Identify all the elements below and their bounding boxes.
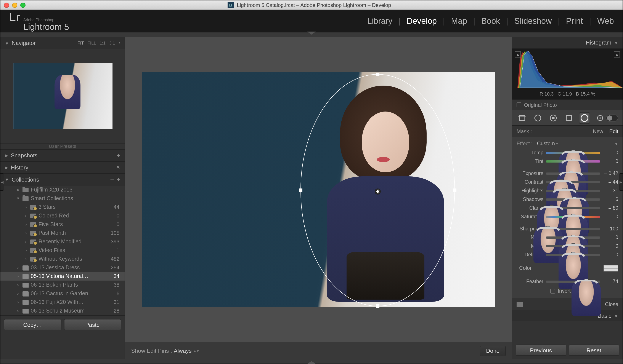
- filmstrip-grip[interactable]: [0, 359, 623, 364]
- collection-row[interactable]: ▶Fujifilm X20 2013: [0, 185, 125, 194]
- disclosure-triangle[interactable]: ▹: [16, 283, 20, 287]
- dropdown-arrows-icon[interactable]: ▲▼: [193, 349, 199, 353]
- zoom-fill[interactable]: FILL: [88, 40, 96, 45]
- disclosure-triangle[interactable]: ▼: [16, 196, 20, 201]
- right-panel-toggle[interactable]: [619, 173, 623, 191]
- close-window-button[interactable]: [4, 2, 9, 8]
- collection-row[interactable]: ▹05-13 Victoria Natural…34: [0, 272, 125, 281]
- collection-row[interactable]: ▼Smart Collections: [0, 194, 125, 203]
- slider-value[interactable]: 0: [603, 252, 618, 257]
- collection-row[interactable]: ▹Recently Modified393: [0, 237, 125, 246]
- disclosure-triangle[interactable]: ▹: [16, 274, 20, 278]
- slider-value[interactable]: – 44: [603, 179, 618, 185]
- previous-button[interactable]: Previous: [516, 344, 566, 356]
- collection-row[interactable]: ▹Colored Red0: [0, 211, 125, 220]
- shadow-clip-indicator[interactable]: [515, 51, 521, 58]
- remove-collection-button[interactable]: −: [110, 177, 114, 182]
- slider-track[interactable]: [546, 245, 600, 247]
- image-canvas[interactable]: [125, 37, 512, 342]
- left-panel-toggle[interactable]: [0, 173, 4, 191]
- disclosure-triangle[interactable]: ▹: [16, 309, 20, 313]
- collection-row[interactable]: ▹06-13 Cactus in Garden6: [0, 289, 125, 298]
- slider-track[interactable]: [546, 254, 600, 256]
- brush-tool[interactable]: [594, 112, 606, 123]
- disclosure-triangle[interactable]: ▹: [16, 265, 20, 270]
- module-map[interactable]: Map: [451, 16, 467, 26]
- effect-disclose[interactable]: [614, 141, 618, 146]
- panel-switch-icon[interactable]: [517, 302, 523, 307]
- zoom-more-icon[interactable]: ▾: [119, 40, 120, 45]
- highlight-clip-indicator[interactable]: [614, 51, 620, 58]
- user-presets-row[interactable]: User Presets: [0, 143, 125, 149]
- disclosure-triangle[interactable]: ▹: [24, 231, 28, 235]
- slider-track[interactable]: [546, 236, 600, 238]
- original-photo-row[interactable]: Original Photo: [512, 100, 623, 110]
- mask-new-button[interactable]: New: [593, 128, 603, 134]
- invert-mask-checkbox[interactable]: [550, 289, 555, 293]
- collection-row[interactable]: ▹06-13 Fuji X20 With…31: [0, 298, 125, 306]
- disclosure-triangle[interactable]: ▹: [24, 205, 28, 209]
- slider-value[interactable]: – 80: [603, 205, 618, 211]
- show-edit-pins-value[interactable]: Always: [174, 347, 191, 354]
- reset-button[interactable]: Reset: [569, 344, 619, 356]
- disclosure-triangle[interactable]: ▹: [24, 222, 28, 226]
- paste-button[interactable]: Paste: [64, 319, 121, 330]
- add-snapshot-button[interactable]: +: [117, 152, 120, 159]
- slider-value[interactable]: 0: [603, 150, 618, 155]
- slider-temp[interactable]: Temp0: [517, 148, 618, 157]
- history-header[interactable]: History ✕: [0, 161, 125, 173]
- clear-history-button[interactable]: ✕: [116, 164, 120, 170]
- copy-button[interactable]: Copy…: [4, 319, 61, 330]
- slider-value[interactable]: 0: [603, 235, 618, 240]
- slider-value[interactable]: – 100: [603, 226, 618, 231]
- done-button[interactable]: Done: [480, 346, 506, 356]
- spot-tool[interactable]: [532, 112, 543, 123]
- collection-row[interactable]: ▹06-13 Schulz Museum28: [0, 306, 125, 315]
- slider-value[interactable]: 6: [603, 197, 618, 202]
- collections-header[interactable]: Collections − +: [0, 173, 125, 185]
- slider-value[interactable]: – 0.42: [603, 171, 618, 176]
- module-print[interactable]: Print: [566, 16, 583, 26]
- color-swatch[interactable]: [603, 265, 618, 271]
- panel-close-button[interactable]: Close: [605, 301, 618, 307]
- top-panel-grip[interactable]: [0, 32, 623, 37]
- collection-row[interactable]: ▹Five Stars0: [0, 220, 125, 229]
- module-book[interactable]: Book: [481, 16, 500, 26]
- redeye-tool[interactable]: [548, 112, 559, 123]
- disclosure-triangle[interactable]: ▹: [24, 248, 28, 252]
- collection-row[interactable]: ▹03-13 Jessica Dress254: [0, 263, 125, 272]
- module-slideshow[interactable]: Slideshow: [514, 16, 552, 26]
- collection-row[interactable]: ▹06-13 Bokeh Plants38: [0, 281, 125, 289]
- module-develop[interactable]: Develop: [407, 16, 437, 26]
- collection-row[interactable]: ▹Video Files1: [0, 246, 125, 255]
- slider-track[interactable]: [546, 198, 600, 200]
- histogram-header[interactable]: Histogram: [512, 37, 623, 49]
- graduated-tool[interactable]: [563, 112, 575, 123]
- slider-track[interactable]: [546, 181, 600, 183]
- zoom-fit[interactable]: FIT: [77, 40, 84, 45]
- basic-panel-header[interactable]: Basic: [512, 310, 623, 321]
- module-library[interactable]: Library: [367, 16, 392, 26]
- add-collection-button[interactable]: +: [117, 176, 120, 183]
- effect-value[interactable]: Custom: [537, 141, 555, 146]
- slider-value[interactable]: – 31: [603, 188, 618, 193]
- slider-track[interactable]: [546, 190, 600, 192]
- zoom-window-button[interactable]: [20, 2, 25, 8]
- slider-track[interactable]: [546, 207, 600, 209]
- slider-track[interactable]: [546, 152, 600, 154]
- radial-tool[interactable]: [579, 112, 590, 123]
- disclosure-triangle[interactable]: ▹: [24, 214, 28, 218]
- original-photo-checkbox[interactable]: [517, 102, 521, 107]
- histogram[interactable]: R 10.3 G 11.9 B 15.4 %: [512, 49, 623, 100]
- slider-track[interactable]: [546, 228, 600, 230]
- disclosure-triangle[interactable]: ▹: [16, 300, 20, 304]
- slider-track[interactable]: [546, 216, 600, 218]
- module-web[interactable]: Web: [597, 16, 614, 26]
- disclosure-triangle[interactable]: ▹: [16, 291, 20, 296]
- slider-value[interactable]: 0: [603, 159, 618, 164]
- navigator-header[interactable]: Navigator FIT FILL 1:1 3:1 ▾: [0, 37, 125, 49]
- effect-row[interactable]: Effect : Custom ▾: [517, 139, 618, 148]
- navigator-preview[interactable]: [0, 49, 125, 143]
- slider-track[interactable]: [546, 160, 600, 162]
- collection-row[interactable]: ▹3 Stars44: [0, 203, 125, 211]
